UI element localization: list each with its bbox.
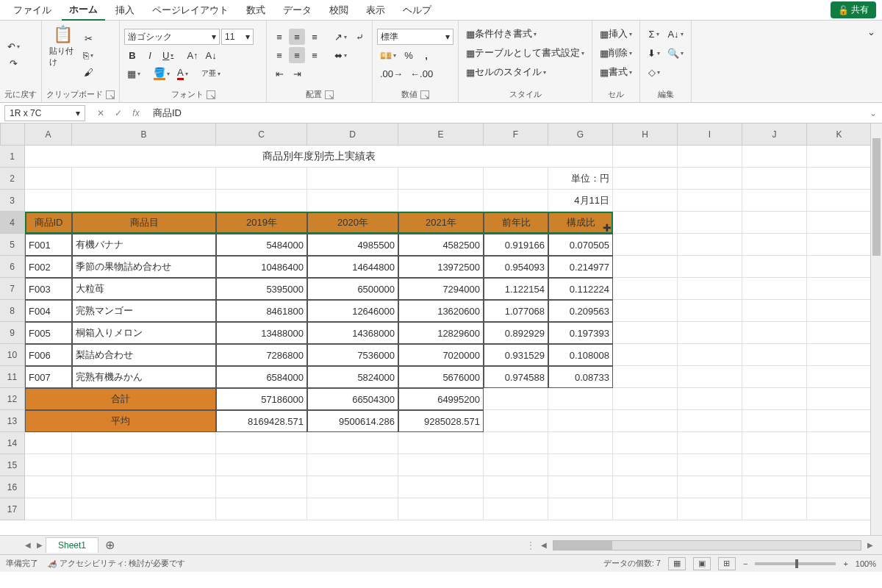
autosum-button[interactable]: Σ▾ <box>645 26 663 42</box>
col-header-c[interactable]: C <box>216 123 307 146</box>
align-right-button[interactable]: ≡ <box>306 47 323 63</box>
cell[interactable] <box>742 212 807 234</box>
row-header-13[interactable]: 13 <box>0 410 25 432</box>
cell[interactable] <box>548 476 613 498</box>
wrap-text-button[interactable]: ⤶ <box>351 29 368 45</box>
cell[interactable] <box>548 410 613 432</box>
cell-title[interactable]: 商品別年度別売上実績表 <box>25 146 613 168</box>
cell-header-name[interactable]: 商品目 <box>72 212 216 234</box>
cell[interactable] <box>25 476 72 498</box>
number-format-select[interactable]: 標準▾ <box>377 29 453 45</box>
row-header-17[interactable]: 17 <box>0 498 25 520</box>
cell[interactable]: 4985500 <box>307 234 398 256</box>
cell[interactable]: 7294000 <box>398 278 484 300</box>
cell[interactable] <box>807 256 872 278</box>
row-header-4[interactable]: 4 <box>0 212 25 234</box>
formula-expand-button[interactable]: ⌄ <box>864 108 882 118</box>
cell[interactable]: 57186000 <box>216 388 307 410</box>
cell[interactable] <box>307 190 398 212</box>
format-as-table-button[interactable]: ▦ テーブルとして書式設定▾ <box>463 45 587 61</box>
tab-nav-next[interactable]: ▶ <box>34 539 46 551</box>
row-header-10[interactable]: 10 <box>0 344 25 366</box>
cell[interactable] <box>678 190 742 212</box>
clipboard-dialog-launcher[interactable] <box>106 90 115 99</box>
cell-styles-button[interactable]: ▦ セルのスタイル▾ <box>463 64 587 80</box>
cell[interactable]: 1.122154 <box>484 278 548 300</box>
format-painter-button[interactable]: 🖌 <box>80 64 96 80</box>
cell[interactable]: 4582500 <box>398 234 484 256</box>
orientation-button[interactable]: ↗▾ <box>331 29 350 45</box>
cell[interactable] <box>807 366 872 388</box>
cell[interactable] <box>678 410 742 432</box>
zoom-in-button[interactable]: + <box>843 559 847 568</box>
clear-button[interactable]: ◇▾ <box>645 64 663 80</box>
conditional-formatting-button[interactable]: ▦ 条件付き書式▾ <box>463 26 587 42</box>
row-header-12[interactable]: 12 <box>0 388 25 410</box>
decrease-decimal-button[interactable]: ←.00 <box>407 65 436 82</box>
cell[interactable]: 5824000 <box>307 366 398 388</box>
enter-formula-button[interactable]: ✓ <box>110 108 126 118</box>
cell[interactable] <box>398 476 484 498</box>
cell[interactable]: 桐箱入りメロン <box>72 322 216 344</box>
cell[interactable] <box>742 168 807 190</box>
cell[interactable] <box>484 476 548 498</box>
cell[interactable] <box>678 234 742 256</box>
percent-button[interactable]: % <box>401 47 417 63</box>
cell[interactable]: 季節の果物詰め合わせ <box>72 256 216 278</box>
cell[interactable] <box>613 322 678 344</box>
cell[interactable]: 8461800 <box>216 300 307 322</box>
bold-button[interactable]: B <box>124 47 140 63</box>
cell[interactable]: 0.954093 <box>484 256 548 278</box>
cell[interactable]: 0.214977 <box>548 256 613 278</box>
cell[interactable] <box>807 432 872 454</box>
cell[interactable]: 8169428.571 <box>216 410 307 432</box>
tab-split-handle[interactable]: ⋮ <box>526 540 535 551</box>
horizontal-scroll-thumb[interactable] <box>553 541 612 550</box>
cell[interactable]: 0.931529 <box>484 344 548 366</box>
cell[interactable] <box>807 234 872 256</box>
formula-input[interactable]: 商品ID <box>147 107 864 120</box>
row-header-15[interactable]: 15 <box>0 454 25 476</box>
menu-view[interactable]: 表示 <box>359 1 392 20</box>
cell[interactable] <box>613 432 678 454</box>
cell[interactable] <box>548 388 613 410</box>
cell[interactable] <box>742 410 807 432</box>
menu-file[interactable]: ファイル <box>6 1 59 20</box>
cell[interactable]: F006 <box>25 344 72 366</box>
col-header-j[interactable]: J <box>742 123 807 146</box>
cell[interactable] <box>613 344 678 366</box>
cell[interactable] <box>216 432 307 454</box>
add-sheet-button[interactable]: ⊕ <box>98 538 121 552</box>
delete-cells-button[interactable]: ▦ 削除▾ <box>597 45 635 61</box>
cell[interactable]: 有機バナナ <box>72 234 216 256</box>
col-header-a[interactable]: A <box>25 123 72 146</box>
cell[interactable]: 0.197393 <box>548 322 613 344</box>
cell[interactable] <box>678 322 742 344</box>
cell[interactable] <box>548 432 613 454</box>
cell[interactable] <box>807 498 872 520</box>
cell[interactable] <box>613 388 678 410</box>
row-header-8[interactable]: 8 <box>0 300 25 322</box>
cell[interactable] <box>742 432 807 454</box>
font-color-button[interactable]: A▾ <box>174 65 191 82</box>
status-accessibility[interactable]: 🦽 アクセシビリティ: 検討が必要です <box>47 558 185 569</box>
view-pagelayout-button[interactable]: ▣ <box>693 557 711 570</box>
cell[interactable] <box>484 498 548 520</box>
cell[interactable]: 完熟マンゴー <box>72 300 216 322</box>
cell[interactable]: 0.974588 <box>484 366 548 388</box>
italic-button[interactable]: I <box>142 47 158 63</box>
cell[interactable] <box>307 498 398 520</box>
cell[interactable] <box>613 410 678 432</box>
font-size-select[interactable]: 11▾ <box>221 29 254 45</box>
align-left-button[interactable]: ≡ <box>271 47 287 63</box>
cell[interactable] <box>807 278 872 300</box>
cell[interactable] <box>742 454 807 476</box>
cell[interactable] <box>25 454 72 476</box>
cell[interactable] <box>678 146 742 168</box>
menu-data[interactable]: データ <box>276 1 319 20</box>
cell-header-2020[interactable]: 2020年 <box>307 212 398 234</box>
cell[interactable] <box>72 476 216 498</box>
zoom-level[interactable]: 100% <box>856 559 876 568</box>
cell[interactable]: 66504300 <box>307 388 398 410</box>
decrease-font-button[interactable]: A↓ <box>203 47 220 63</box>
